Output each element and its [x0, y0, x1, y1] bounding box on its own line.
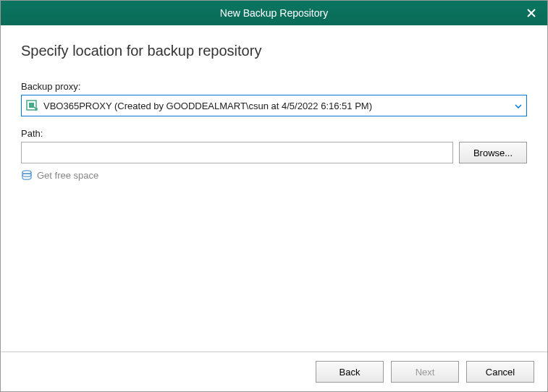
back-button[interactable]: Back	[316, 361, 384, 383]
get-free-space-label: Get free space	[37, 170, 98, 181]
proxy-icon	[26, 99, 39, 112]
dialog-content: Specify location for backup repository B…	[1, 25, 547, 351]
close-icon[interactable]	[524, 6, 539, 20]
page-title: Specify location for backup repository	[21, 43, 527, 59]
proxy-label: Backup proxy:	[21, 81, 527, 92]
backup-proxy-dropdown[interactable]: VBO365PROXY (Created by GOODDEALMART\csu…	[21, 95, 527, 116]
proxy-selected-text: VBO365PROXY (Created by GOODDEALMART\csu…	[43, 101, 515, 111]
path-row: Browse...	[21, 142, 527, 163]
titlebar-title: New Backup Repository	[220, 7, 328, 19]
next-button[interactable]: Next	[391, 361, 459, 383]
browse-button[interactable]: Browse...	[459, 142, 527, 163]
disk-icon	[21, 169, 33, 181]
cancel-button[interactable]: Cancel	[466, 361, 534, 383]
dialog-footer: Back Next Cancel	[1, 351, 547, 391]
chevron-down-icon	[515, 101, 522, 110]
titlebar: New Backup Repository	[1, 1, 547, 25]
path-label: Path:	[21, 128, 527, 139]
dialog-window: New Backup Repository Specify location f…	[0, 0, 548, 392]
path-input[interactable]	[21, 142, 453, 163]
get-free-space-link[interactable]: Get free space	[21, 169, 527, 181]
